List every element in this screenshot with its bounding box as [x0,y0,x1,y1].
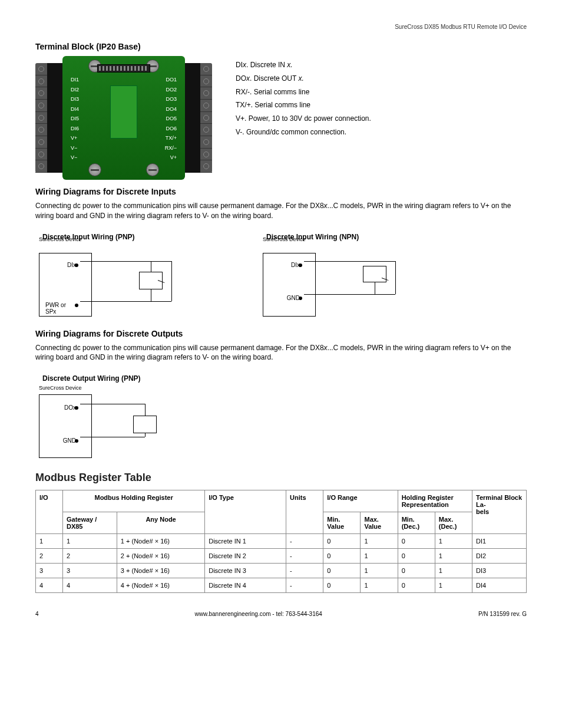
inputs-body: Connecting dc power to the communication… [35,201,527,221]
heading-terminal-block: Terminal Block (IP20 Base) [35,42,527,51]
page-footer: 4 www.bannerengineering.com - tel: 763-5… [35,611,527,617]
th-minv: Min. Value [323,512,361,534]
terminal-legend: DIx. Discrete IN x.DOx. Discrete OUT x.R… [236,56,371,180]
table-row: 333 + (Node# × 16)Discrete IN 3-0101DI3 [36,564,527,578]
table-row: 222 + (Node# × 16)Discrete IN 2-0101DI2 [36,549,527,564]
diagram-input-npn: Discrete Input Wiring (NPN) SureCross De… [263,227,416,318]
th-range: I/O Range [323,490,398,512]
outputs-body: Connecting dc power to the communication… [35,343,527,363]
table-row: 444 + (Node# × 16)Discrete IN 4-0101DI4 [36,578,527,593]
footer-center: www.bannerengineering.com - tel: 763-544… [195,611,322,617]
th-gateway: Gateway / DX85 [62,512,117,534]
table-row: 111 + (Node# × 16)Discrete IN 1-0101DI1 [36,534,527,549]
th-mhr: Modbus Holding Register [62,490,204,512]
heading-discrete-outputs: Wiring Diagrams for Discrete Outputs [35,329,527,338]
legend-item: RX/-. Serial comms line [236,85,371,99]
diagram-output-pnp: Discrete Output Wiring (PNP) SureCross D… [39,368,192,460]
th-rep: Holding Register Representation [398,490,472,512]
th-maxv: Max. Value [361,512,398,534]
heading-modbus-table: Modbus Register Table [35,472,527,484]
th-units: Units [286,490,323,534]
modbus-register-table: I/O Modbus Holding Register I/O Type Uni… [35,490,527,593]
heading-discrete-inputs: Wiring Diagrams for Discrete Inputs [35,187,527,196]
footer-right: P/N 131599 rev. G [478,611,527,617]
doc-header: SureCross DX85 Modbus RTU Remote I/O Dev… [35,24,527,30]
th-tbl: Terminal Block La-bels [472,490,527,534]
th-maxd: Max. (Dec.) [435,512,472,534]
subhead-output-pnp: Discrete Output Wiring (PNP) [42,374,192,383]
footer-page: 4 [35,611,39,617]
pcb-diagram: DI1DI2DI3DI4DI5DI6V+V−V− DO1DO2DO3DO4DO5… [35,56,212,180]
th-anynode: Any Node [117,512,204,534]
legend-item: V+. Power, 10 to 30V dc power connection… [236,112,371,126]
th-io: I/O [36,490,63,534]
diagram-input-pnp: Discrete Input Wiring (PNP) SureCross De… [39,227,192,318]
legend-item: V-. Ground/dc common connection. [236,126,371,139]
legend-item: DOx. Discrete OUT x. [236,72,371,85]
th-iotype: I/O Type [205,490,286,534]
legend-item: DIx. Discrete IN x. [236,58,371,72]
th-mind: Min. (Dec.) [398,512,435,534]
legend-item: TX/+. Serial comms line [236,98,371,112]
